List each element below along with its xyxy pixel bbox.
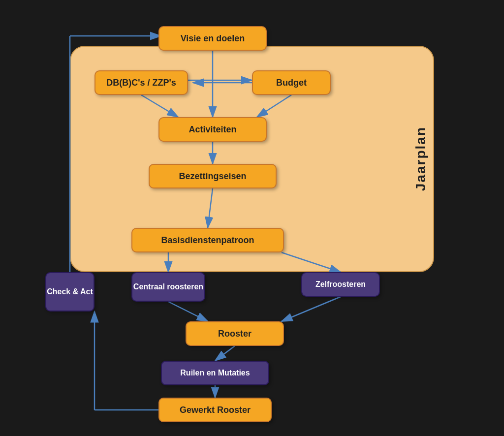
basisdienstenpatroon-label: Basisdienstenpatroon (161, 235, 254, 246)
node-centraal: Centraal roosteren (131, 272, 205, 302)
activiteiten-label: Activiteiten (189, 125, 236, 135)
check-label: Check & Act (47, 287, 93, 296)
svg-line-11 (168, 302, 208, 321)
node-bezetting: Bezettingseisen (149, 164, 277, 188)
node-activiteiten: Activiteiten (158, 117, 267, 142)
node-rooster: Rooster (186, 321, 284, 346)
jaarplan-label: Jaarplan (409, 46, 433, 272)
node-check: Check & Act (45, 272, 94, 311)
node-dbbc: DB(B)C's / ZZP's (94, 70, 188, 95)
node-budget: Budget (252, 70, 331, 95)
node-ruilen: Ruilen en Mutaties (161, 361, 269, 385)
gewerkt-label: Gewerkt Rooster (180, 405, 251, 415)
ruilen-label: Ruilen en Mutaties (180, 369, 250, 377)
bezetting-label: Bezettingseisen (179, 171, 246, 182)
zelfroosteren-label: Zelfroosteren (315, 280, 366, 289)
node-zelfroosteren: Zelfroosteren (301, 272, 380, 297)
rooster-label: Rooster (218, 329, 252, 339)
svg-line-13 (215, 346, 235, 361)
jaarplan-text: Jaarplan (413, 126, 429, 191)
centraal-label: Centraal roosteren (133, 282, 203, 291)
node-basisdienstenpatroon: Basisdienstenpatroon (131, 228, 284, 252)
diagram-container: Jaarplan (40, 16, 464, 420)
visie-label: Visie en doelen (181, 33, 245, 44)
dbbc-label: DB(B)C's / ZZP's (106, 78, 176, 88)
budget-label: Budget (276, 78, 307, 88)
svg-line-12 (282, 297, 341, 321)
node-visie: Visie en doelen (158, 26, 267, 51)
node-gewerkt: Gewerkt Rooster (158, 398, 272, 422)
